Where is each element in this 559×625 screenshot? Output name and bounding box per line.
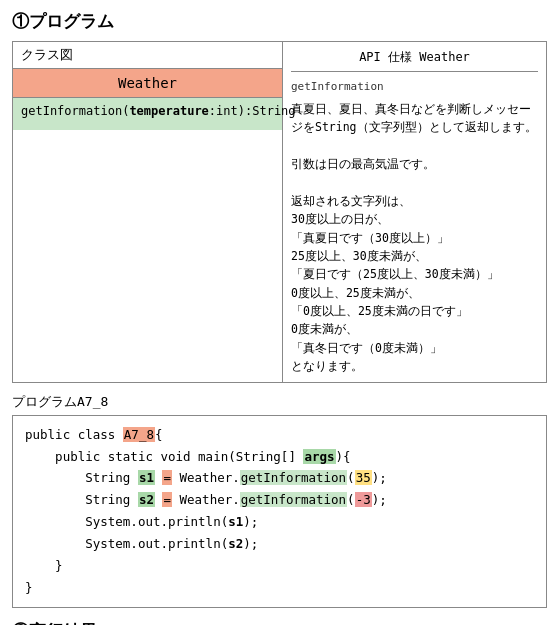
weather-class-name: Weather: [13, 69, 282, 98]
class-label: クラス図: [13, 42, 282, 69]
code-line-3: String s1 = Weather.getInformation(35);: [25, 467, 534, 489]
code-line-6: System.out.println(s2);: [25, 533, 534, 555]
highlight-get2: getInformation: [240, 492, 347, 507]
section2: ②実行結果 A7_8の実行結果 > java A7_8: [12, 620, 547, 625]
method-param: temperature: [129, 104, 208, 118]
left-panel: クラス図 Weather getInformation(temperature:…: [13, 42, 283, 382]
section2-title: ②実行結果: [12, 620, 547, 625]
highlight-m3: -3: [355, 492, 372, 507]
highlight-eq2: =: [162, 492, 172, 507]
println-s1: s1: [228, 514, 243, 529]
code-line-7: }: [25, 555, 534, 577]
highlight-s2: s2: [138, 492, 155, 507]
code-line-4: String s2 = Weather.getInformation(-3);: [25, 489, 534, 511]
section1: ①プログラム クラス図 Weather getInformation(tempe…: [12, 10, 547, 608]
println-s2: s2: [228, 536, 243, 551]
highlight-args: args: [303, 449, 335, 464]
get-info-label: getInformation: [291, 78, 538, 96]
code-line-8: }: [25, 577, 534, 599]
highlight-get1: getInformation: [240, 470, 347, 485]
code-section: public class A7_8{ public static void ma…: [12, 415, 547, 608]
highlight-s1: s1: [138, 470, 155, 485]
highlight-a78: A7_8: [123, 427, 155, 442]
program-label: プログラムA7_8: [12, 393, 547, 411]
api-desc: 真夏日、夏日、真冬日などを判断しメッセージをString（文字列型）として返却し…: [291, 100, 538, 376]
highlight-35: 35: [355, 470, 372, 485]
code-line-2: public static void main(String[] args){: [25, 446, 534, 468]
method-box: getInformation(temperature:int):String: [13, 98, 282, 130]
highlight-eq1: =: [162, 470, 172, 485]
code-line-5: System.out.println(s1);: [25, 511, 534, 533]
section1-title: ①プログラム: [12, 10, 547, 33]
right-panel: API 仕様 Weather getInformation 真夏日、夏日、真冬日…: [283, 42, 546, 382]
code-line-1: public class A7_8{: [25, 424, 534, 446]
diagram-container: クラス図 Weather getInformation(temperature:…: [12, 41, 547, 383]
method-prefix: getInformation(: [21, 104, 129, 118]
api-title: API 仕様 Weather: [291, 48, 538, 72]
